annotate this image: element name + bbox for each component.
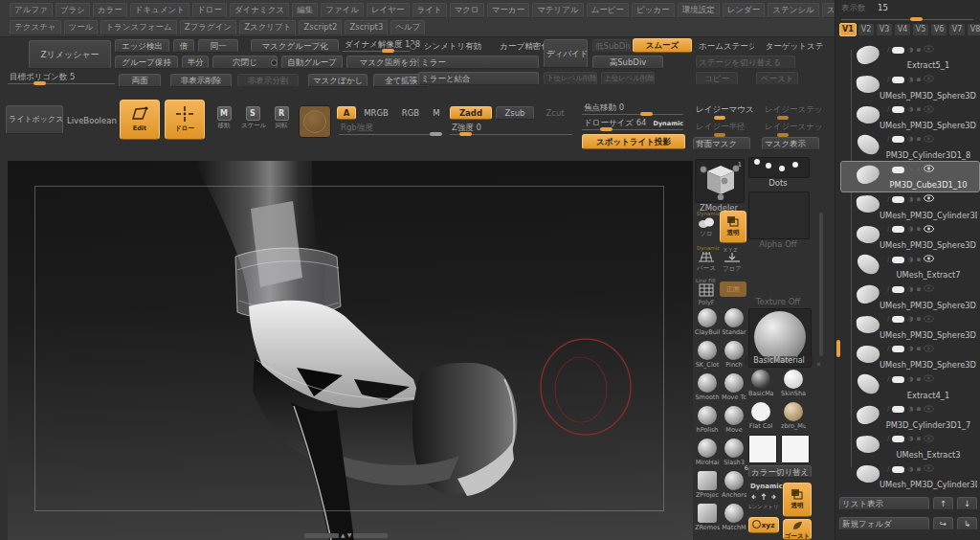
subtool-row[interactable]: ∕◑▪Extract5_1 <box>841 42 979 72</box>
menu-item[interactable]: ブラシ <box>56 3 90 18</box>
square-icon[interactable]: ▪ <box>916 196 921 203</box>
half-icon[interactable]: ◑ <box>907 286 913 293</box>
eye-icon[interactable] <box>924 105 934 115</box>
half-icon[interactable]: ◑ <box>907 226 913 233</box>
menu-item[interactable]: ステンシル <box>768 3 819 18</box>
higher-subdiv-button[interactable]: 高SubDiv <box>592 56 663 69</box>
alpha-thumbnail[interactable] <box>748 191 810 239</box>
livebboolean-label[interactable]: LiveBoolean <box>67 116 117 125</box>
lazy-radius-button[interactable]: レイジー半径 <box>693 120 752 133</box>
scroll-up-arrow-icon[interactable]: ▲ <box>341 532 345 538</box>
sculpt-canvas[interactable]: ▲▼ <box>8 161 693 540</box>
pen-icon[interactable]: ∕ <box>887 406 889 413</box>
move-out-folder-button[interactable]: ↪ <box>933 517 953 530</box>
square-icon[interactable]: ▪ <box>916 77 921 83</box>
half-icon[interactable]: ◑ <box>907 196 913 203</box>
pen-icon[interactable]: ∕ <box>887 47 889 54</box>
smooth-button[interactable]: スムーズ <box>633 38 692 53</box>
menu-item[interactable]: 編集 <box>292 3 318 18</box>
mode-a-button[interactable]: A <box>337 106 356 120</box>
mirror-weld-button[interactable]: ミラーと結合 <box>418 72 539 85</box>
menu-item[interactable]: アルファ <box>10 3 53 18</box>
rotate-button[interactable]: R 回転 <box>270 106 293 131</box>
copy-button[interactable]: コピー <box>696 72 738 85</box>
split-hidden-button[interactable]: 非表示分割 <box>237 74 299 87</box>
symmetry-button[interactable]: シンメトリ有効 <box>418 39 487 53</box>
subtool-row[interactable]: ∕◑▪PM3D_Cylinder3D1_7 <box>841 402 979 432</box>
brush-cell[interactable]: MatchM <box>722 504 746 531</box>
canvas-horizontal-scrollbar[interactable]: ▲▼ <box>304 532 388 538</box>
eye-icon[interactable] <box>924 435 934 444</box>
divide-button[interactable]: ディバイド <box>544 39 588 68</box>
color-switch-button[interactable]: カラー切り替え <box>748 465 812 478</box>
spotlight-projection-button[interactable]: スポットライト投影 <box>582 134 685 149</box>
polypaint-toggle-icon[interactable] <box>892 106 904 113</box>
version-button[interactable]: V6 <box>930 23 947 36</box>
subtool-row[interactable]: ∕◑▪Extract4_1 <box>841 371 979 401</box>
solo-button[interactable]: ソロ <box>695 216 718 241</box>
current-tool-thumbnail[interactable]: 1 <box>695 159 745 203</box>
brush-cell[interactable]: ZRemes <box>695 504 720 531</box>
square-icon[interactable]: ▪ <box>916 466 921 473</box>
menu-item[interactable]: トランスフォーム <box>100 20 176 35</box>
polypaint-toggle-icon[interactable] <box>892 406 904 413</box>
subtool-row[interactable]: ∕◑▪UMesh_PM3D_Sphere3D1_1 <box>841 342 979 371</box>
group-keep-button[interactable]: グループ保持 <box>115 56 178 69</box>
brush-cell[interactable]: Move <box>722 406 746 434</box>
menu-item[interactable]: ダイナミクス <box>230 3 289 18</box>
subtool-up-button[interactable]: ↑ <box>933 497 953 510</box>
pen-icon[interactable]: ∕ <box>887 136 889 143</box>
polypaint-toggle-icon[interactable] <box>892 167 904 173</box>
polypaint-toggle-icon[interactable] <box>892 226 904 233</box>
move-into-folder-button[interactable]: ↳ <box>957 517 977 530</box>
subtool-row[interactable]: ∕◑▪PM3D_Cube3D1_10 <box>841 162 979 191</box>
subtool-row[interactable]: ∕◑▪UMesh_PM3D_Sphere3D1_1 <box>841 222 979 252</box>
half-button[interactable]: 半分 <box>182 56 209 69</box>
square-icon[interactable]: ▪ <box>916 286 921 293</box>
swatch-secondary[interactable] <box>781 435 810 463</box>
subtool-row[interactable]: ∕◑▪UMesh_PM3D_Sphere3D1_1 <box>841 72 979 101</box>
subtool-row[interactable]: ∕◑▪UMesh_Extract7 <box>841 252 979 281</box>
square-icon[interactable]: ▪ <box>916 376 921 383</box>
lazy-snap-button[interactable]: レイジースナッ <box>762 120 829 133</box>
menu-item[interactable]: マクロ <box>450 3 484 18</box>
eye-icon[interactable] <box>924 284 934 294</box>
square-icon[interactable]: ▪ <box>916 436 921 442</box>
square-icon[interactable]: ▪ <box>916 406 921 413</box>
floor-button[interactable]: フロア <box>720 253 745 276</box>
mask-view-button[interactable]: マスク表示 <box>762 137 819 150</box>
close-holes-radio[interactable] <box>271 59 278 66</box>
menu-item[interactable]: ヘルプ <box>390 20 425 35</box>
polypaint-toggle-icon[interactable] <box>892 136 904 143</box>
front-button[interactable]: 正面 <box>720 281 746 297</box>
polypaint-toggle-icon[interactable] <box>892 196 904 203</box>
subtool-down-button[interactable]: ↓ <box>957 497 977 510</box>
transparent-button-2[interactable]: 透明 <box>783 483 812 517</box>
brush-cell[interactable]: Pinch <box>722 341 746 369</box>
half-icon[interactable]: ◑ <box>907 346 913 352</box>
switch-stage-button[interactable]: ステージを切り替える <box>696 56 795 69</box>
brush-cell[interactable]: Anchors6 <box>722 471 746 499</box>
delete-lower-button[interactable]: 下位レベル削除 <box>544 72 597 85</box>
m-button[interactable]: M <box>428 106 445 120</box>
pen-icon[interactable]: ∕ <box>887 316 889 323</box>
transparent-button[interactable]: 透明 <box>720 211 746 243</box>
version-button[interactable]: V7 <box>948 23 966 36</box>
scrollbar-right-segment[interactable] <box>353 533 388 538</box>
draw-button[interactable]: ドロー <box>165 100 205 140</box>
polypaint-toggle-icon[interactable] <box>892 77 904 83</box>
half-icon[interactable]: ◑ <box>907 436 913 442</box>
double-sided-button[interactable]: 両面 <box>119 74 161 87</box>
zsub-button[interactable]: Zsub <box>496 106 534 120</box>
mask-blur-button[interactable]: マスクぼかし <box>308 74 368 87</box>
eye-icon[interactable] <box>924 75 934 84</box>
double-button[interactable]: 倍 <box>173 39 194 53</box>
close-holes-button[interactable]: 穴閉じ <box>212 56 278 69</box>
brush-cell[interactable]: Smooth <box>695 373 720 401</box>
pen-icon[interactable]: ∕ <box>887 436 889 442</box>
zadd-button[interactable]: Zadd <box>450 106 492 120</box>
draw-size-slider[interactable]: ドローサイズ 64 Dynamic <box>582 118 683 131</box>
rgb-intensity-slider[interactable]: Rgb強度 <box>339 123 442 136</box>
rgb-button[interactable]: RGB <box>396 106 425 120</box>
eye-icon[interactable] <box>924 255 934 264</box>
